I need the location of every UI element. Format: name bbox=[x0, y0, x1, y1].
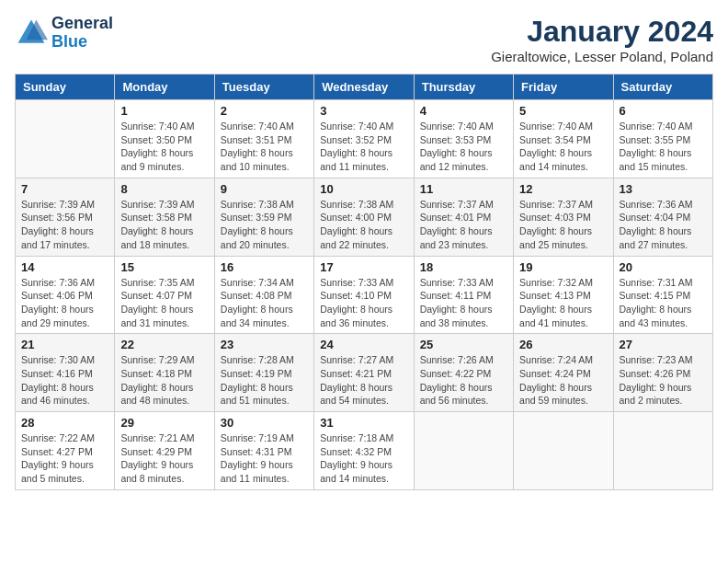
day-info: Sunrise: 7:23 AM Sunset: 4:26 PM Dayligh… bbox=[620, 353, 707, 408]
day-number: 13 bbox=[620, 182, 707, 196]
calendar-cell: 11Sunrise: 7:37 AM Sunset: 4:01 PM Dayli… bbox=[414, 178, 513, 256]
calendar-cell: 17Sunrise: 7:33 AM Sunset: 4:10 PM Dayli… bbox=[314, 256, 414, 334]
day-info: Sunrise: 7:37 AM Sunset: 4:01 PM Dayligh… bbox=[420, 198, 507, 252]
weekday-header-tuesday: Tuesday bbox=[214, 75, 313, 100]
day-number: 29 bbox=[120, 416, 208, 430]
day-number: 1 bbox=[120, 104, 208, 118]
calendar-week-row: 14Sunrise: 7:36 AM Sunset: 4:06 PM Dayli… bbox=[16, 256, 713, 334]
calendar-cell: 7Sunrise: 7:39 AM Sunset: 3:56 PM Daylig… bbox=[16, 178, 115, 256]
calendar-cell bbox=[613, 412, 712, 490]
day-info: Sunrise: 7:40 AM Sunset: 3:54 PM Dayligh… bbox=[519, 120, 607, 174]
day-number: 28 bbox=[21, 416, 108, 430]
day-number: 10 bbox=[320, 182, 407, 196]
calendar-week-row: 7Sunrise: 7:39 AM Sunset: 3:56 PM Daylig… bbox=[16, 178, 713, 256]
calendar-cell: 16Sunrise: 7:34 AM Sunset: 4:08 PM Dayli… bbox=[214, 256, 313, 334]
day-number: 31 bbox=[320, 416, 407, 430]
day-info: Sunrise: 7:18 AM Sunset: 4:32 PM Dayligh… bbox=[320, 431, 407, 486]
calendar-cell: 4Sunrise: 7:40 AM Sunset: 3:53 PM Daylig… bbox=[414, 100, 513, 178]
logo-text: General Blue bbox=[51, 15, 113, 52]
day-number: 8 bbox=[120, 182, 208, 196]
calendar-week-row: 1Sunrise: 7:40 AM Sunset: 3:50 PM Daylig… bbox=[16, 100, 713, 178]
calendar-cell: 18Sunrise: 7:33 AM Sunset: 4:11 PM Dayli… bbox=[414, 256, 513, 334]
calendar-cell: 27Sunrise: 7:23 AM Sunset: 4:26 PM Dayli… bbox=[613, 334, 712, 412]
calendar-cell: 23Sunrise: 7:28 AM Sunset: 4:19 PM Dayli… bbox=[214, 334, 313, 412]
calendar-cell bbox=[414, 412, 513, 490]
calendar-cell: 20Sunrise: 7:31 AM Sunset: 4:15 PM Dayli… bbox=[613, 256, 712, 334]
calendar-cell: 12Sunrise: 7:37 AM Sunset: 4:03 PM Dayli… bbox=[514, 178, 613, 256]
day-info: Sunrise: 7:38 AM Sunset: 3:59 PM Dayligh… bbox=[221, 198, 308, 252]
calendar-cell: 15Sunrise: 7:35 AM Sunset: 4:07 PM Dayli… bbox=[115, 256, 214, 334]
calendar-cell: 10Sunrise: 7:38 AM Sunset: 4:00 PM Dayli… bbox=[314, 178, 414, 256]
logo-general: General bbox=[51, 14, 113, 32]
calendar-cell: 30Sunrise: 7:19 AM Sunset: 4:31 PM Dayli… bbox=[214, 412, 313, 490]
weekday-header-row: SundayMondayTuesdayWednesdayThursdayFrid… bbox=[16, 75, 713, 100]
day-info: Sunrise: 7:28 AM Sunset: 4:19 PM Dayligh… bbox=[221, 353, 308, 408]
day-info: Sunrise: 7:33 AM Sunset: 4:11 PM Dayligh… bbox=[420, 276, 507, 330]
calendar-cell: 8Sunrise: 7:39 AM Sunset: 3:58 PM Daylig… bbox=[115, 178, 214, 256]
day-info: Sunrise: 7:21 AM Sunset: 4:29 PM Dayligh… bbox=[120, 431, 208, 486]
calendar-cell: 24Sunrise: 7:27 AM Sunset: 4:21 PM Dayli… bbox=[314, 334, 414, 412]
calendar-cell: 26Sunrise: 7:24 AM Sunset: 4:24 PM Dayli… bbox=[514, 334, 613, 412]
calendar-cell: 3Sunrise: 7:40 AM Sunset: 3:52 PM Daylig… bbox=[314, 100, 414, 178]
weekday-header-sunday: Sunday bbox=[16, 75, 115, 100]
calendar-cell: 31Sunrise: 7:18 AM Sunset: 4:32 PM Dayli… bbox=[314, 412, 414, 490]
day-number: 3 bbox=[320, 104, 407, 118]
day-info: Sunrise: 7:33 AM Sunset: 4:10 PM Dayligh… bbox=[320, 276, 407, 330]
page-header: General Blue January 2024 Gieraltowice, … bbox=[15, 15, 713, 64]
calendar-cell: 9Sunrise: 7:38 AM Sunset: 3:59 PM Daylig… bbox=[214, 178, 313, 256]
location: Gieraltowice, Lesser Poland, Poland bbox=[491, 49, 713, 64]
day-number: 27 bbox=[620, 338, 707, 351]
day-info: Sunrise: 7:40 AM Sunset: 3:55 PM Dayligh… bbox=[620, 120, 707, 174]
calendar-cell: 22Sunrise: 7:29 AM Sunset: 4:18 PM Dayli… bbox=[115, 334, 214, 412]
day-info: Sunrise: 7:22 AM Sunset: 4:27 PM Dayligh… bbox=[21, 431, 108, 486]
calendar-cell bbox=[16, 100, 115, 178]
calendar-week-row: 21Sunrise: 7:30 AM Sunset: 4:16 PM Dayli… bbox=[16, 334, 713, 412]
day-info: Sunrise: 7:19 AM Sunset: 4:31 PM Dayligh… bbox=[221, 431, 308, 486]
day-info: Sunrise: 7:39 AM Sunset: 3:56 PM Dayligh… bbox=[21, 198, 108, 252]
calendar-week-row: 28Sunrise: 7:22 AM Sunset: 4:27 PM Dayli… bbox=[16, 412, 713, 490]
calendar-cell: 13Sunrise: 7:36 AM Sunset: 4:04 PM Dayli… bbox=[613, 178, 712, 256]
calendar-cell: 14Sunrise: 7:36 AM Sunset: 4:06 PM Dayli… bbox=[16, 256, 115, 334]
day-info: Sunrise: 7:32 AM Sunset: 4:13 PM Dayligh… bbox=[519, 276, 607, 330]
day-info: Sunrise: 7:34 AM Sunset: 4:08 PM Dayligh… bbox=[221, 276, 308, 330]
day-number: 2 bbox=[221, 104, 308, 118]
month-title: January 2024 bbox=[491, 15, 713, 49]
day-number: 24 bbox=[320, 338, 407, 351]
calendar-cell: 25Sunrise: 7:26 AM Sunset: 4:22 PM Dayli… bbox=[414, 334, 513, 412]
day-info: Sunrise: 7:26 AM Sunset: 4:22 PM Dayligh… bbox=[420, 353, 507, 408]
day-number: 17 bbox=[320, 260, 407, 274]
logo: General Blue bbox=[15, 15, 113, 52]
day-number: 18 bbox=[420, 260, 507, 274]
day-number: 21 bbox=[21, 338, 108, 351]
day-info: Sunrise: 7:40 AM Sunset: 3:52 PM Dayligh… bbox=[320, 120, 407, 174]
day-number: 4 bbox=[420, 104, 507, 118]
day-number: 15 bbox=[120, 260, 208, 274]
day-info: Sunrise: 7:35 AM Sunset: 4:07 PM Dayligh… bbox=[120, 276, 208, 330]
day-info: Sunrise: 7:37 AM Sunset: 4:03 PM Dayligh… bbox=[519, 198, 607, 252]
logo-blue: Blue bbox=[51, 32, 87, 51]
calendar: SundayMondayTuesdayWednesdayThursdayFrid… bbox=[15, 74, 713, 490]
day-number: 30 bbox=[221, 416, 308, 430]
day-info: Sunrise: 7:31 AM Sunset: 4:15 PM Dayligh… bbox=[620, 276, 707, 330]
day-number: 25 bbox=[420, 338, 507, 351]
weekday-header-friday: Friday bbox=[514, 75, 613, 100]
day-info: Sunrise: 7:40 AM Sunset: 3:50 PM Dayligh… bbox=[120, 120, 208, 174]
day-number: 23 bbox=[221, 338, 308, 351]
day-info: Sunrise: 7:39 AM Sunset: 3:58 PM Dayligh… bbox=[120, 198, 208, 252]
weekday-header-wednesday: Wednesday bbox=[314, 75, 414, 100]
day-info: Sunrise: 7:24 AM Sunset: 4:24 PM Dayligh… bbox=[519, 353, 607, 408]
calendar-cell bbox=[514, 412, 613, 490]
day-info: Sunrise: 7:36 AM Sunset: 4:04 PM Dayligh… bbox=[620, 198, 707, 252]
day-number: 11 bbox=[420, 182, 507, 196]
weekday-header-thursday: Thursday bbox=[414, 75, 513, 100]
weekday-header-saturday: Saturday bbox=[613, 75, 712, 100]
day-number: 5 bbox=[519, 104, 607, 118]
day-number: 19 bbox=[519, 260, 607, 274]
day-number: 22 bbox=[120, 338, 208, 351]
day-info: Sunrise: 7:40 AM Sunset: 3:53 PM Dayligh… bbox=[420, 120, 507, 174]
calendar-cell: 6Sunrise: 7:40 AM Sunset: 3:55 PM Daylig… bbox=[613, 100, 712, 178]
calendar-cell: 19Sunrise: 7:32 AM Sunset: 4:13 PM Dayli… bbox=[514, 256, 613, 334]
day-info: Sunrise: 7:30 AM Sunset: 4:16 PM Dayligh… bbox=[21, 353, 108, 408]
calendar-cell: 2Sunrise: 7:40 AM Sunset: 3:51 PM Daylig… bbox=[214, 100, 313, 178]
day-number: 9 bbox=[221, 182, 308, 196]
